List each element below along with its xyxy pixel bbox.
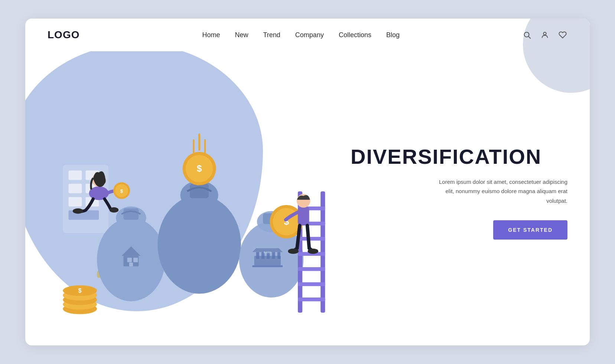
- svg-rect-22: [124, 208, 139, 220]
- svg-line-1: [528, 36, 530, 38]
- svg-text:BANK: BANK: [264, 251, 271, 254]
- illustration-svg: $: [40, 59, 336, 332]
- nav-item-collections[interactable]: Collections: [339, 31, 371, 39]
- nav-item-blog[interactable]: Blog: [386, 31, 400, 39]
- illustration-area: $: [25, 51, 336, 341]
- heart-icon[interactable]: [558, 30, 567, 40]
- svg-rect-25: [127, 258, 132, 262]
- text-area: DIVERSIFICATION Lorem ipsum dolor sit am…: [336, 51, 590, 341]
- nav-item-company[interactable]: Company: [295, 31, 324, 39]
- page-wrapper: LOGO Home New Trend Company Collections …: [25, 19, 590, 345]
- svg-rect-6: [69, 184, 82, 194]
- user-icon[interactable]: [540, 30, 550, 40]
- main-nav: Home New Trend Company Collections Blog: [202, 31, 400, 39]
- nav-item-trend[interactable]: Trend: [263, 31, 280, 39]
- svg-point-64: [110, 207, 118, 212]
- svg-point-71: [308, 248, 318, 254]
- svg-rect-53: [298, 237, 325, 241]
- svg-rect-26: [133, 258, 138, 262]
- main-title: DIVERSIFICATION: [351, 145, 567, 168]
- get-started-button[interactable]: GET STARTED: [493, 220, 567, 240]
- svg-rect-55: [298, 267, 325, 271]
- svg-rect-56: [298, 282, 325, 286]
- header: LOGO Home New Trend Company Collections …: [25, 19, 590, 51]
- svg-rect-8: [69, 197, 82, 207]
- svg-rect-41: [256, 252, 259, 259]
- svg-point-70: [288, 248, 299, 254]
- illustration-inner: $: [40, 59, 336, 330]
- search-icon[interactable]: [522, 30, 532, 40]
- svg-point-63: [73, 208, 84, 214]
- svg-rect-68: [298, 207, 309, 225]
- svg-rect-27: [129, 263, 133, 266]
- svg-rect-45: [277, 252, 280, 259]
- svg-rect-48: [252, 265, 283, 267]
- svg-point-2: [543, 32, 546, 35]
- svg-rect-4: [69, 170, 82, 180]
- nav-item-new[interactable]: New: [235, 31, 248, 39]
- svg-text:$: $: [120, 188, 123, 194]
- main-content: $: [25, 51, 590, 341]
- svg-rect-44: [272, 252, 275, 259]
- header-icons: [522, 30, 567, 40]
- svg-rect-57: [298, 298, 325, 301]
- main-description: Lorem ipsum dolor sit amet, consectetuer…: [434, 177, 567, 206]
- svg-text:$: $: [78, 287, 82, 294]
- nav-item-home[interactable]: Home: [202, 31, 220, 39]
- svg-text:$: $: [197, 163, 202, 173]
- logo: LOGO: [48, 29, 79, 41]
- svg-rect-30: [190, 184, 209, 198]
- svg-point-28: [157, 195, 241, 293]
